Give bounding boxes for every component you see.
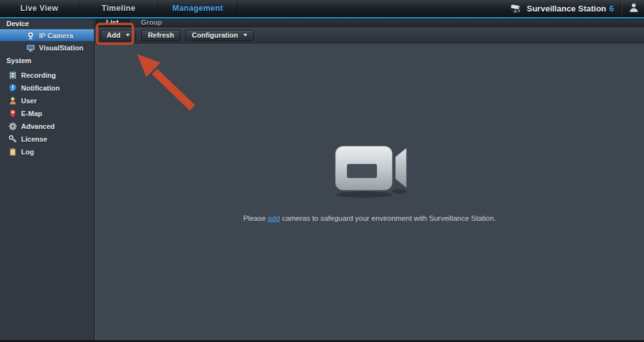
sidebar-section-system: System	[0, 56, 94, 66]
sidebar-item-label: E-Map	[21, 110, 42, 117]
sidebar-item-label: VisualStation	[39, 44, 83, 52]
configuration-button-label: Configuration	[192, 31, 238, 39]
clipboard-icon	[8, 147, 17, 156]
tab-list[interactable]: List	[95, 19, 130, 27]
person-icon	[8, 96, 17, 105]
film-icon	[8, 71, 17, 80]
empty-state-message: Please add cameras to safeguard your env…	[95, 214, 644, 222]
sidebar-item-user[interactable]: User	[0, 94, 94, 107]
sidebar-item-label: Notification	[21, 84, 60, 92]
add-button[interactable]: Add	[100, 30, 136, 41]
sidebar-item-advanced[interactable]: Advanced	[0, 120, 94, 133]
add-button-label: Add	[107, 31, 120, 39]
sidebar: Device IP Camera Vi	[0, 19, 95, 340]
camera-list-empty-state: Please add cameras to safeguard your env…	[95, 44, 644, 340]
refresh-button[interactable]: Refresh	[141, 30, 180, 41]
nav-tab-live-view[interactable]: Live View	[0, 0, 79, 17]
sidebar-item-e-map[interactable]: E-Map	[0, 107, 94, 120]
dropdown-caret-icon	[243, 34, 247, 36]
cctv-camera-icon	[510, 3, 523, 15]
map-pin-icon	[8, 109, 17, 118]
speech-bubble-alert-icon	[8, 84, 17, 93]
dropdown-caret-icon	[126, 34, 130, 36]
key-icon	[8, 135, 17, 144]
sidebar-item-label: License	[21, 135, 47, 143]
top-navigation-bar: Live View Timeline Management Surveillan…	[0, 0, 644, 17]
monitor-icon	[26, 43, 35, 52]
surveillance-station-window: Live View Timeline Management Surveillan…	[0, 0, 644, 342]
sidebar-item-label: Advanced	[21, 123, 55, 130]
tab-group[interactable]: Group	[130, 19, 174, 27]
topbar-right-group: Surveillance Station 6	[510, 0, 644, 17]
add-cameras-link[interactable]: add	[268, 214, 280, 222]
sidebar-item-ip-camera[interactable]: IP Camera	[0, 29, 94, 41]
camera-view-tabs: List Group	[95, 19, 644, 27]
nav-tab-management[interactable]: Management	[158, 0, 238, 17]
sidebar-item-visualstation[interactable]: VisualStation	[0, 41, 94, 54]
app-version: 6	[610, 4, 614, 13]
gear-icon	[8, 122, 17, 131]
accent-divider	[0, 17, 644, 19]
sidebar-item-recording[interactable]: Recording	[0, 69, 94, 82]
sidebar-item-license[interactable]: License	[0, 133, 94, 145]
app-title: Surveillance Station	[527, 4, 606, 13]
sidebar-item-label: User	[21, 97, 36, 105]
webcam-icon	[26, 31, 35, 40]
message-prefix: Please	[243, 214, 268, 222]
nav-tab-timeline[interactable]: Timeline	[79, 0, 158, 17]
sidebar-item-notification[interactable]: Notification	[0, 82, 94, 94]
camera-toolbar: Add Refresh Configuration	[95, 27, 644, 43]
refresh-button-label: Refresh	[148, 31, 174, 39]
sidebar-section-device: Device	[0, 19, 94, 29]
sidebar-item-log[interactable]: Log	[0, 145, 94, 158]
configuration-button[interactable]: Configuration	[185, 30, 254, 41]
sidebar-item-label: Recording	[21, 71, 56, 79]
user-silhouette-icon	[629, 3, 639, 15]
video-camera-icon	[95, 144, 644, 202]
main-panel: List Group Add Refresh Configuration	[95, 19, 644, 340]
user-account-button[interactable]	[621, 0, 639, 17]
sidebar-item-label: Log	[21, 148, 34, 156]
sidebar-item-label: IP Camera	[39, 32, 73, 40]
message-suffix: cameras to safeguard your environment wi…	[280, 214, 496, 222]
